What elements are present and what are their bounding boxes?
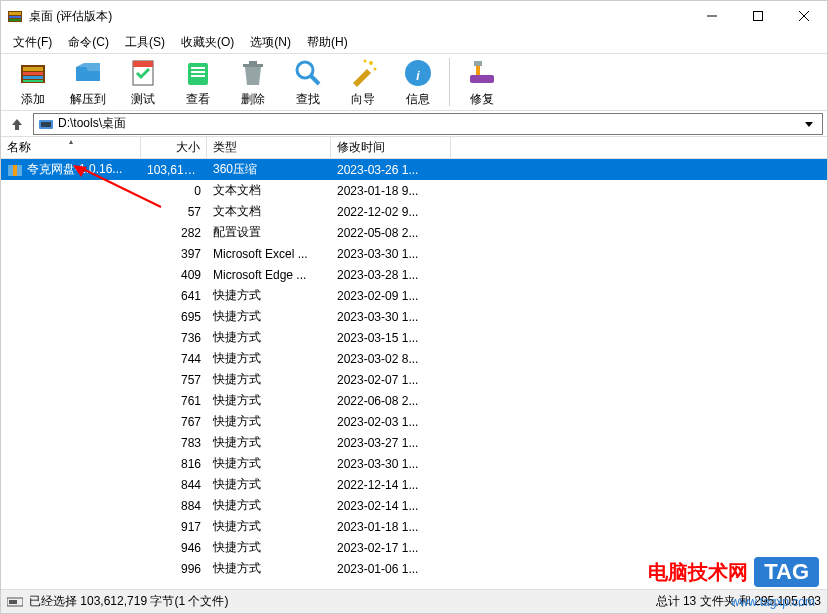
menu-options[interactable]: 选项(N) xyxy=(244,32,297,53)
svg-rect-1 xyxy=(9,12,21,15)
tool-repair-button[interactable]: 修复 xyxy=(454,55,509,109)
app-icon xyxy=(7,8,23,24)
svg-rect-14 xyxy=(133,61,153,67)
window-controls xyxy=(689,1,827,31)
header-size[interactable]: 大小 xyxy=(141,137,207,158)
file-icon xyxy=(7,393,23,409)
file-icon xyxy=(7,225,23,241)
table-row[interactable]: 946快捷方式2023-02-17 1... xyxy=(1,537,827,558)
file-icon xyxy=(7,309,23,325)
svg-rect-17 xyxy=(191,71,205,73)
add-icon xyxy=(17,57,49,89)
file-icon xyxy=(7,330,23,346)
address-bar: D:\tools\桌面 xyxy=(1,111,827,137)
minimize-button[interactable] xyxy=(689,1,735,31)
tool-view-button[interactable]: 查看 xyxy=(170,55,225,109)
address-text: D:\tools\桌面 xyxy=(58,115,126,132)
svg-rect-18 xyxy=(191,75,205,77)
file-icon xyxy=(7,477,23,493)
test-icon xyxy=(127,57,159,89)
repair-icon xyxy=(466,57,498,89)
header-date[interactable]: 修改时间 xyxy=(331,137,451,158)
status-selection: 已经选择 103,612,719 字节(1 个文件) xyxy=(29,593,228,610)
table-row[interactable]: 夸克网盘-1.0.16...103,612,7...360压缩2023-03-2… xyxy=(1,159,827,180)
close-button[interactable] xyxy=(781,1,827,31)
wizard-icon xyxy=(347,57,379,89)
file-icon xyxy=(7,561,23,577)
table-row[interactable]: 884快捷方式2023-02-14 1... xyxy=(1,495,827,516)
table-row[interactable]: 57文本文档2022-12-02 9... xyxy=(1,201,827,222)
svg-rect-16 xyxy=(191,67,205,69)
menu-command[interactable]: 命令(C) xyxy=(62,32,115,53)
menu-favorites[interactable]: 收藏夹(O) xyxy=(175,32,240,53)
table-row[interactable]: 757快捷方式2023-02-07 1... xyxy=(1,369,827,390)
svg-rect-31 xyxy=(41,122,51,127)
file-icon xyxy=(7,540,23,556)
watermark-text: 电脑技术网 xyxy=(648,559,748,586)
svg-rect-19 xyxy=(243,64,263,67)
svg-rect-10 xyxy=(23,72,43,75)
table-row[interactable]: 783快捷方式2023-03-27 1... xyxy=(1,432,827,453)
tool-delete-button[interactable]: 删除 xyxy=(225,55,280,109)
delete-icon xyxy=(237,57,269,89)
file-icon xyxy=(7,351,23,367)
table-row[interactable]: 844快捷方式2022-12-14 1... xyxy=(1,474,827,495)
file-icon xyxy=(7,267,23,283)
file-icon xyxy=(7,372,23,388)
svg-rect-20 xyxy=(249,61,257,64)
header-type[interactable]: 类型 xyxy=(207,137,331,158)
table-row[interactable]: 695快捷方式2023-03-30 1... xyxy=(1,306,827,327)
tool-info-button[interactable]: i信息 xyxy=(390,55,445,109)
file-icon xyxy=(7,204,23,220)
svg-line-22 xyxy=(311,76,319,84)
file-icon xyxy=(7,183,23,199)
svg-rect-28 xyxy=(470,75,494,83)
watermark-tag: TAG xyxy=(754,557,819,587)
table-row[interactable]: 0文本文档2023-01-18 9... xyxy=(1,180,827,201)
file-list[interactable]: 夸克网盘-1.0.16...103,612,7...360压缩2023-03-2… xyxy=(1,159,827,583)
svg-point-23 xyxy=(369,61,373,65)
file-icon xyxy=(7,456,23,472)
file-icon xyxy=(7,435,23,451)
drive-icon xyxy=(38,116,54,132)
table-row[interactable]: 767快捷方式2023-02-03 1... xyxy=(1,411,827,432)
table-row[interactable]: 736快捷方式2023-03-15 1... xyxy=(1,327,827,348)
window-title: 桌面 (评估版本) xyxy=(29,8,689,25)
address-dropdown-icon[interactable] xyxy=(800,120,818,128)
table-row[interactable]: 761快捷方式2022-06-08 2... xyxy=(1,390,827,411)
address-input[interactable]: D:\tools\桌面 xyxy=(33,113,823,135)
menu-help[interactable]: 帮助(H) xyxy=(301,32,354,53)
tool-add-button[interactable]: 添加 xyxy=(5,55,60,109)
file-icon xyxy=(7,246,23,262)
tool-extract-button[interactable]: 解压到 xyxy=(60,55,115,109)
menu-tools[interactable]: 工具(S) xyxy=(119,32,171,53)
tool-wizard-button[interactable]: 向导 xyxy=(335,55,390,109)
svg-rect-3 xyxy=(9,19,21,21)
svg-rect-12 xyxy=(23,80,43,82)
tool-test-button[interactable]: 测试 xyxy=(115,55,170,109)
table-row[interactable]: 744快捷方式2023-03-02 8... xyxy=(1,348,827,369)
svg-rect-5 xyxy=(754,12,763,21)
up-button[interactable] xyxy=(5,113,29,135)
table-row[interactable]: 641快捷方式2023-02-09 1... xyxy=(1,285,827,306)
header-name[interactable]: 名称▴ xyxy=(1,137,141,158)
file-icon xyxy=(7,162,23,178)
svg-point-21 xyxy=(297,62,313,78)
maximize-button[interactable] xyxy=(735,1,781,31)
table-row[interactable]: 917快捷方式2023-01-18 1... xyxy=(1,516,827,537)
watermark-url: www.tagxp.com xyxy=(731,595,815,609)
menu-bar: 文件(F) 命令(C) 工具(S) 收藏夹(O) 选项(N) 帮助(H) xyxy=(1,31,827,53)
file-icon xyxy=(7,519,23,535)
view-icon xyxy=(182,57,214,89)
sort-asc-icon: ▴ xyxy=(69,137,73,146)
table-row[interactable]: 816快捷方式2023-03-30 1... xyxy=(1,453,827,474)
svg-rect-2 xyxy=(9,16,21,18)
table-row[interactable]: 397Microsoft Excel ...2023-03-30 1... xyxy=(1,243,827,264)
menu-file[interactable]: 文件(F) xyxy=(7,32,58,53)
svg-rect-35 xyxy=(13,165,17,176)
titlebar: 桌面 (评估版本) xyxy=(1,1,827,31)
table-row[interactable]: 409Microsoft Edge ...2023-03-28 1... xyxy=(1,264,827,285)
file-icon xyxy=(7,498,23,514)
table-row[interactable]: 282配置设置2022-05-08 2... xyxy=(1,222,827,243)
tool-find-button[interactable]: 查找 xyxy=(280,55,335,109)
